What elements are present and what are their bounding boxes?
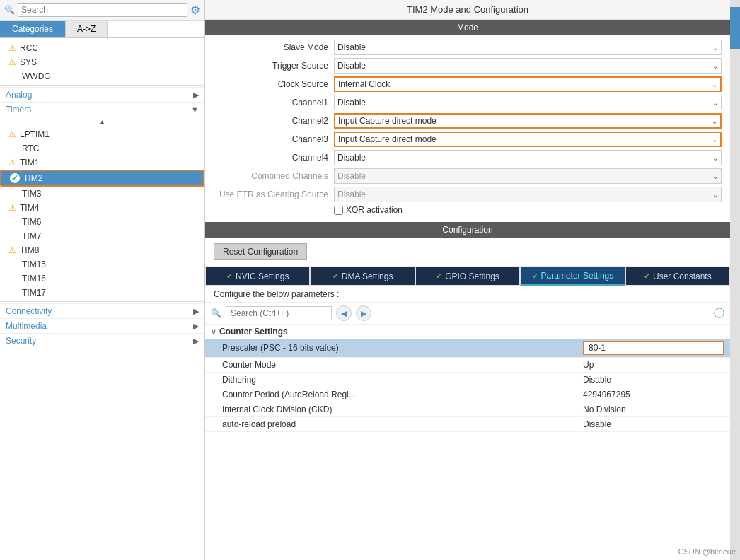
param-value-prescaler: 80-1 — [583, 341, 724, 355]
sidebar-item-rtc[interactable]: RTC — [0, 141, 204, 156]
mode-row-slave: Slave Mode Disable ⌄ — [214, 40, 722, 55]
sidebar-item-tim2[interactable]: ✔ TIM2 — [0, 170, 204, 187]
sidebar-item-tim3[interactable]: TIM3 — [0, 187, 204, 201]
mode-row-etr: Use ETR as Clearing Source Disable ⌄ — [214, 187, 722, 202]
chevron-down-icon: ⌄ — [712, 191, 718, 199]
trigger-source-value: Disable — [337, 61, 366, 71]
sidebar-item-label: TIM7 — [22, 231, 41, 241]
param-tree: ∨ Counter Settings Prescaler (PSC - 16 b… — [205, 325, 730, 560]
sidebar-item-tim4[interactable]: ⚠ TIM4 — [0, 201, 204, 215]
slave-mode-select[interactable]: Disable ⌄ — [334, 40, 722, 55]
config-section: Configuration Reset Configuration ✔ NVIC… — [205, 222, 730, 560]
channel4-select[interactable]: Disable ⌄ — [334, 150, 722, 165]
counter-settings-label: Counter Settings — [219, 327, 288, 337]
param-row-prescaler[interactable]: Prescaler (PSC - 16 bits value) 80-1 — [205, 339, 730, 358]
tab-parameter-settings[interactable]: ✔ Parameter Settings — [520, 267, 625, 286]
trigger-source-label: Trigger Source — [214, 61, 334, 71]
param-name-dithering: Dithering — [222, 375, 583, 385]
counter-settings-section[interactable]: ∨ Counter Settings — [205, 325, 730, 339]
sidebar-item-label: SYS — [20, 57, 37, 67]
param-row-dithering[interactable]: Dithering Disable — [205, 373, 730, 387]
section-label-connectivity: Connectivity — [6, 306, 52, 316]
sidebar-item-label: TIM6 — [22, 217, 41, 227]
chevron-down-icon: ⌄ — [712, 99, 718, 107]
sidebar-item-label: RCC — [20, 43, 38, 53]
chevron-right-icon: ▶ — [193, 307, 199, 316]
gear-icon[interactable]: ⚙ — [190, 4, 200, 17]
slave-mode-label: Slave Mode — [214, 42, 334, 52]
chevron-down-icon: ⌄ — [712, 81, 717, 88]
right-scrollbar[interactable] — [730, 0, 740, 560]
sidebar-item-lptim1[interactable]: ⚠ LPTIM1 — [0, 127, 204, 141]
sidebar-item-tim15[interactable]: TIM15 — [0, 257, 204, 272]
xor-checkbox[interactable] — [334, 206, 343, 215]
chevron-right-icon: ▶ — [193, 337, 199, 346]
combined-channels-select[interactable]: Disable ⌄ — [334, 168, 722, 184]
param-value-counter-period: 4294967295 — [583, 390, 724, 399]
trigger-source-select[interactable]: Disable ⌄ — [334, 58, 722, 74]
etr-value: Disable — [337, 189, 366, 199]
chevron-right-icon: ▶ — [193, 322, 199, 331]
sidebar-item-wwdg[interactable]: WWDG — [0, 69, 204, 83]
sidebar-section-connectivity[interactable]: Connectivity ▶ — [0, 303, 204, 318]
tab-user-constants[interactable]: ✔ User Constants — [625, 267, 730, 286]
warn-icon: ⚠ — [8, 43, 16, 53]
sidebar-item-tim6[interactable]: TIM6 — [0, 215, 204, 229]
chevron-down-icon: ▼ — [191, 105, 199, 114]
sidebar-item-tim7[interactable]: TIM7 — [0, 229, 204, 243]
tab-atoz[interactable]: A->Z — [65, 21, 108, 37]
sidebar-item-rcc[interactable]: ⚠ RCC — [0, 41, 204, 55]
xor-row: XOR activation — [334, 205, 722, 215]
sidebar-item-sys[interactable]: ⚠ SYS — [0, 55, 204, 69]
check-icon: ✔ — [333, 272, 339, 281]
clock-source-select[interactable]: Internal Clock ⌄ — [334, 76, 722, 92]
sidebar-item-tim16[interactable]: TIM16 — [0, 272, 204, 286]
scroll-thumb[interactable] — [730, 7, 740, 49]
channel2-value: Input Capture direct mode — [338, 116, 437, 126]
tab-gpio-settings[interactable]: ✔ GPIO Settings — [415, 267, 520, 286]
sidebar-item-label: TIM1 — [20, 158, 39, 168]
warn-icon: ⚠ — [8, 129, 16, 139]
sidebar-section-analog[interactable]: Analog ▶ — [0, 87, 204, 102]
sidebar-item-label: TIM16 — [22, 274, 46, 284]
sidebar-section-timers[interactable]: Timers ▼ — [0, 102, 204, 117]
channel3-value: Input Capture direct mode — [338, 134, 437, 144]
info-icon[interactable]: ⓘ — [714, 307, 724, 320]
sidebar-item-tim17[interactable]: TIM17 — [0, 286, 204, 300]
mode-row-combined: Combined Channels Disable ⌄ — [214, 168, 722, 184]
chevron-right-icon: ▶ — [193, 91, 199, 100]
channel1-select[interactable]: Disable ⌄ — [334, 95, 722, 110]
sidebar-item-tim8[interactable]: ⚠ TIM8 — [0, 243, 204, 257]
sidebar-section-security[interactable]: Security ▶ — [0, 333, 204, 348]
config-tabs: ✔ NVIC Settings ✔ DMA Settings ✔ GPIO Se… — [205, 267, 730, 286]
reset-configuration-button[interactable]: Reset Configuration — [214, 243, 307, 260]
next-nav-button[interactable]: ▶ — [356, 305, 371, 321]
right-panel: TIM2 Mode and Configuration Mode Slave M… — [205, 0, 730, 560]
configure-label: Configure the below parameters : — [205, 286, 730, 303]
search-input[interactable] — [18, 3, 187, 17]
param-row-clock-division[interactable]: Internal Clock Division (CKD) No Divisio… — [205, 402, 730, 417]
etr-label: Use ETR as Clearing Source — [214, 189, 334, 199]
tab-categories[interactable]: Categories — [0, 21, 65, 37]
scroll-up-icon[interactable]: ▲ — [99, 118, 106, 126]
config-section-header: Configuration — [205, 222, 730, 238]
channel3-select[interactable]: Input Capture direct mode ⌄ — [334, 132, 722, 147]
tab-dma-settings[interactable]: ✔ DMA Settings — [310, 267, 415, 286]
param-search-input[interactable] — [226, 306, 332, 320]
sidebar-item-label: TIM17 — [22, 288, 46, 298]
etr-select[interactable]: Disable ⌄ — [334, 187, 722, 202]
param-row-autoreload[interactable]: auto-reload preload Disable — [205, 417, 730, 432]
check-icon: ✔ — [532, 272, 538, 281]
sidebar-item-label: TIM2 — [23, 173, 42, 183]
param-row-counter-mode[interactable]: Counter Mode Up — [205, 358, 730, 373]
sidebar-section-multimedia[interactable]: Multimedia ▶ — [0, 318, 204, 333]
chevron-down-icon: ⌄ — [712, 154, 718, 162]
warn-icon: ⚠ — [8, 158, 16, 168]
sidebar-item-tim1[interactable]: ⚠ TIM1 — [0, 156, 204, 170]
param-row-counter-period[interactable]: Counter Period (AutoReload Regi... 42949… — [205, 387, 730, 402]
tab-nvic-settings[interactable]: ✔ NVIC Settings — [205, 267, 310, 286]
tab-label: User Constants — [653, 272, 712, 281]
prev-nav-button[interactable]: ◀ — [336, 305, 352, 321]
channel2-select[interactable]: Input Capture direct mode ⌄ — [334, 113, 722, 129]
warn-icon: ⚠ — [8, 203, 16, 213]
